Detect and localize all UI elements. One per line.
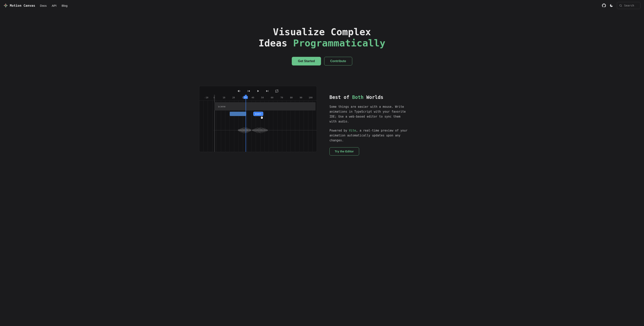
brand[interactable]: Motion Canvas <box>4 3 35 8</box>
scene-label: scene <box>218 105 226 108</box>
feature-section: -10010203035405060708090100 scene event <box>194 86 450 155</box>
timeline-ruler[interactable]: -10010203035405060708090100 <box>199 95 317 101</box>
ruler-tick: 50 <box>261 96 264 99</box>
waveform-seg-2 <box>252 124 273 136</box>
hero-title: Visualize Complex Ideas Programmatically <box>258 26 386 49</box>
ruler-tick: 80 <box>290 96 292 99</box>
search-placeholder: Search <box>624 4 634 7</box>
header: Motion Canvas Docs API Blog Search <box>0 0 644 11</box>
get-started-button[interactable]: Get Started <box>292 57 321 65</box>
theme-toggle-icon[interactable] <box>610 4 613 8</box>
nav-blog[interactable]: Blog <box>62 4 68 7</box>
try-editor-button[interactable]: Try the Editor <box>330 147 359 155</box>
hero-title-line1: Visualize Complex <box>273 26 371 37</box>
ruler-tick: 10 <box>223 96 225 99</box>
ruler-tick: 90 <box>300 96 302 99</box>
feature-para-2: Powered by Vite, a real-time preview of … <box>330 128 408 143</box>
ruler-tick: 70 <box>280 96 283 99</box>
github-icon[interactable] <box>602 4 606 8</box>
feature-para-2-pre: Powered by <box>330 129 349 132</box>
ruler-tick: 40 <box>252 96 254 99</box>
waveform-seg-1 <box>238 124 251 136</box>
hero-title-line2a: Ideas <box>258 38 293 49</box>
brand-text: Motion Canvas <box>10 4 35 8</box>
timeline[interactable]: -10010203035405060708090100 scene event <box>199 95 317 152</box>
prev-icon[interactable] <box>246 89 251 93</box>
feature-heading-pre: Best of <box>330 95 352 100</box>
hero: Visualize Complex Ideas Programmatically… <box>0 11 644 72</box>
ruler-tick: 100 <box>309 96 312 99</box>
vite-link[interactable]: Vite <box>349 129 356 132</box>
search-input[interactable]: Search <box>617 2 640 9</box>
play-icon[interactable] <box>256 89 260 93</box>
nav-api[interactable]: API <box>52 4 56 7</box>
hero-title-line2b: Programmatically <box>293 38 386 49</box>
volume-icon[interactable] <box>237 89 241 93</box>
nav-docs[interactable]: Docs <box>40 4 46 7</box>
header-right: Search <box>602 2 640 9</box>
logo-icon <box>4 3 8 8</box>
scene-track[interactable]: scene <box>214 102 316 110</box>
ruler-tick: 20 <box>232 96 235 99</box>
nav: Docs API Blog <box>40 4 67 7</box>
feature-para-1: Some things are easier with a mouse. Wri… <box>330 104 408 124</box>
hero-actions: Get Started Contribute <box>292 57 352 65</box>
feature-copy: Best of Both Worlds Some things are easi… <box>330 86 445 155</box>
waveform <box>199 124 317 136</box>
playhead[interactable] <box>246 96 246 152</box>
loop-icon[interactable] <box>275 89 279 93</box>
editor-preview: -10010203035405060708090100 scene event <box>199 86 317 152</box>
next-icon[interactable] <box>265 89 270 93</box>
ruler-tick: -10 <box>204 96 208 99</box>
transport-bar <box>199 86 317 95</box>
hand-cursor-icon <box>260 115 264 120</box>
event-label: event <box>255 113 262 115</box>
contribute-button[interactable]: Contribute <box>324 57 352 65</box>
ruler-tick: 60 <box>271 96 273 99</box>
svg-point-0 <box>620 5 622 6</box>
feature-heading: Best of Both Worlds <box>330 95 445 100</box>
feature-heading-accent: Both <box>352 95 364 100</box>
event-track[interactable] <box>230 112 246 116</box>
feature-heading-post: Worlds <box>364 95 383 100</box>
search-icon <box>619 4 622 7</box>
